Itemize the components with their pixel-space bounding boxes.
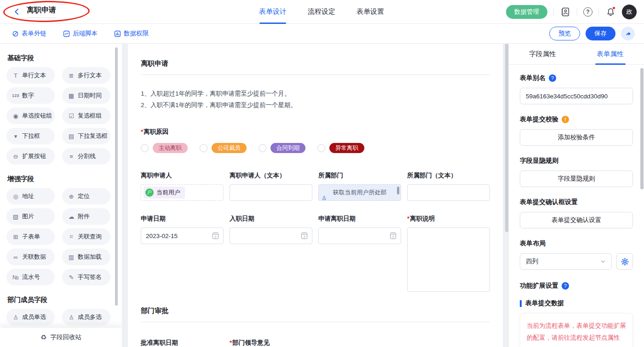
- field-label: 批准离职日期: [141, 339, 224, 347]
- option-pill: 异常离职: [329, 143, 364, 153]
- section-divider: [141, 74, 490, 75]
- sidebar-item-attachment[interactable]: ☁附件: [62, 208, 110, 225]
- applicant-text-input[interactable]: [230, 184, 312, 201]
- canvas-scrollbar[interactable]: [505, 44, 508, 232]
- resign-note-textarea[interactable]: [407, 228, 490, 292]
- description-line: 2、入职不满1年的同学，离职申请需至少提前一个星期。: [141, 99, 490, 111]
- current-user-tag[interactable]: 户 当前用户: [144, 187, 185, 199]
- sidebar-item-data-load[interactable]: ▥数据加载: [62, 249, 110, 265]
- tab-flow-setting[interactable]: 流程设定: [308, 0, 335, 24]
- applicant-value-box[interactable]: 户 当前用户: [141, 184, 224, 201]
- sidebar-item-label: 下拉框: [22, 132, 40, 140]
- window-scrollbar[interactable]: [640, 68, 644, 189]
- back-button[interactable]: [11, 6, 22, 17]
- calendar-icon[interactable]: [213, 233, 218, 239]
- sidebar-item-image[interactable]: ▧图片: [6, 208, 55, 225]
- section-title-enhanced-fields: 增强字段: [7, 175, 107, 183]
- field-leader-opinion[interactable]: 部门领导意见: [230, 339, 312, 347]
- backend-script-link[interactable]: 后端脚本: [63, 29, 98, 38]
- sidebar-item-serial-number[interactable]: №流水号: [6, 269, 55, 285]
- field-entry-date[interactable]: 入职日期: [230, 215, 312, 244]
- field-recycle-bin[interactable]: ♻ 字段回收站: [0, 328, 122, 347]
- sidebar-item-checkbox-group[interactable]: ☑复选框组: [62, 108, 110, 124]
- sidebar-item-member-multi[interactable]: ♙成员多选: [62, 309, 110, 325]
- radio-option-abnormal-resign[interactable]: 异常离职: [317, 143, 364, 153]
- field-department[interactable]: 所属部门 获取当前用户所处部 ♙: [318, 171, 401, 201]
- field-applicant[interactable]: 离职申请人 户 当前用户: [141, 171, 224, 201]
- sidebar-item-label: 单选按钮组: [22, 112, 52, 120]
- sidebar-item-radio-group[interactable]: ◉单选按钮组: [6, 108, 55, 124]
- department-text-input[interactable]: [407, 184, 490, 201]
- field-resign-reason[interactable]: 离职原因 主动离职 公司裁员 合同到期: [141, 127, 490, 153]
- sidebar-item-multi-line-text[interactable]: ≣多行文本: [62, 67, 110, 84]
- sidebar-item-address[interactable]: ◎地址: [6, 188, 55, 205]
- sidebar-item-linked-data[interactable]: ∞关联数据: [6, 249, 55, 265]
- field-resign-note[interactable]: 离职说明: [407, 215, 490, 292]
- chevron-left-icon: [13, 8, 21, 16]
- submit-confirm-button[interactable]: 表单提交确认设置: [520, 212, 633, 228]
- resign-date-input[interactable]: [318, 228, 401, 244]
- calendar-icon[interactable]: [301, 233, 307, 239]
- data-permission-link[interactable]: 数据权限: [114, 29, 149, 38]
- radio-option-contract-expire[interactable]: 合同到期: [259, 143, 305, 153]
- form-external-link[interactable]: 表单外链: [12, 29, 46, 38]
- radio-circle[interactable]: [317, 144, 325, 152]
- help-question-icon[interactable]: ?: [562, 282, 569, 290]
- help-question-icon[interactable]: ?: [549, 74, 556, 82]
- share-button[interactable]: [621, 27, 635, 40]
- sidebar-scrollbar[interactable]: [115, 47, 118, 306]
- radio-circle[interactable]: [200, 144, 207, 152]
- tab-field-properties[interactable]: 字段属性: [509, 44, 576, 64]
- data-manage-button[interactable]: 数据管理: [506, 5, 547, 19]
- sidebar-item-member-single[interactable]: ♙成员单选: [6, 309, 55, 325]
- sidebar-item-multi-select[interactable]: ▤下拉复选框: [62, 128, 110, 144]
- field-label: 申请离职日期: [318, 215, 401, 223]
- field-department-text[interactable]: 所属部门（文本）: [407, 171, 490, 201]
- form-section-title-approval[interactable]: 部门审批: [141, 307, 490, 315]
- form-title[interactable]: 离职申请: [27, 6, 56, 18]
- department-box-scrollbar[interactable]: [397, 187, 399, 194]
- sidebar-item-divider-line[interactable]: ≡分割线: [62, 148, 110, 165]
- radio-option-voluntary-resign[interactable]: 主动离职: [141, 143, 188, 153]
- sidebar-item-number[interactable]: 123数字: [6, 87, 55, 104]
- sidebar-item-location[interactable]: ⊕定位: [62, 188, 110, 205]
- notification-dot: [612, 6, 615, 10]
- sidebar-item-datetime[interactable]: ▦日期时间: [62, 87, 110, 104]
- sidebar-item-extend-button[interactable]: ⊖扩展按钮: [6, 148, 55, 165]
- form-section-title[interactable]: 离职申请: [141, 59, 490, 68]
- preview-button[interactable]: 预览: [549, 27, 580, 40]
- form-description[interactable]: 1、入职超过1年的同学，离职申请需至少提前一个月。 2、入职不满1年的同学，离职…: [141, 88, 490, 111]
- save-button[interactable]: 保存: [586, 27, 615, 40]
- sidebar-item-subform[interactable]: ⊞子表单: [6, 228, 55, 245]
- field-resign-date[interactable]: 申请离职日期: [318, 215, 401, 244]
- layout-settings-button[interactable]: [616, 253, 633, 270]
- form-external-link-label: 表单外链: [22, 29, 46, 38]
- form-layout-select[interactable]: 四列: [520, 253, 612, 270]
- radio-circle[interactable]: [141, 144, 149, 152]
- sidebar-item-single-line-text[interactable]: T单行文本: [6, 67, 55, 84]
- radio-option-layoff[interactable]: 公司裁员: [200, 143, 247, 153]
- avatar[interactable]: 政: [622, 5, 637, 19]
- sidebar-item-signature[interactable]: ✎手写签名: [62, 269, 110, 285]
- field-apply-date[interactable]: 申请日期 2023-02-15: [141, 215, 224, 244]
- tab-form-properties[interactable]: 表单属性: [576, 44, 644, 64]
- help-icon[interactable]: ?: [583, 7, 592, 17]
- calendar-icon: ▦: [67, 92, 75, 99]
- sidebar-item-linked-query[interactable]: ⌗关联查询: [62, 228, 110, 245]
- tab-form-design[interactable]: 表单设计: [259, 0, 287, 24]
- apply-date-input[interactable]: 2023-02-15: [141, 228, 224, 244]
- entry-date-input[interactable]: [230, 228, 312, 244]
- department-value-box[interactable]: 获取当前用户所处部 ♙: [318, 184, 401, 201]
- radio-circle[interactable]: [259, 144, 266, 152]
- visibility-rules-button[interactable]: 字段显隐规则: [520, 171, 633, 187]
- form-alias-input[interactable]: 59a6163e34d5cc50cdd30d90: [520, 88, 633, 104]
- field-applicant-text[interactable]: 离职申请人（文本）: [230, 171, 312, 201]
- address-book-icon[interactable]: [560, 6, 571, 17]
- field-approve-date[interactable]: 批准离职日期: [141, 339, 224, 347]
- notification-bell-icon[interactable]: [605, 6, 616, 17]
- calendar-icon[interactable]: [390, 233, 396, 239]
- sidebar-item-select[interactable]: ▾下拉框: [6, 128, 55, 144]
- add-validation-button[interactable]: 添加校验条件: [520, 129, 633, 146]
- script-icon: [63, 30, 70, 37]
- tab-form-setting[interactable]: 表单设置: [356, 0, 384, 24]
